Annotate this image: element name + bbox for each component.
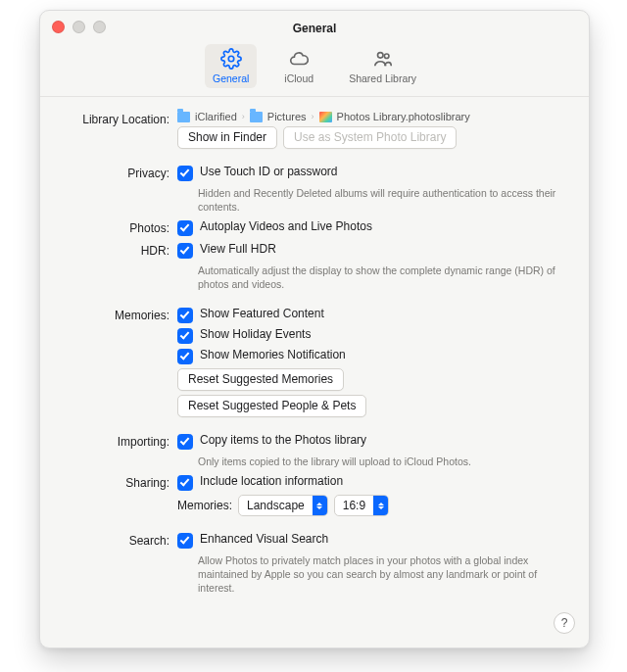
checkbox-copy-items-label: Copy items to the Photos library	[200, 433, 366, 447]
checkbox-hdr[interactable]	[177, 243, 193, 259]
touch-id-desc: Hidden and Recently Deleted albums will …	[198, 186, 569, 214]
window-controls	[52, 21, 106, 33]
svg-point-2	[384, 54, 389, 59]
sharing-memories-label: Memories:	[177, 499, 232, 512]
memories-aspect-select[interactable]: 16:9	[334, 495, 389, 516]
gear-icon	[220, 48, 242, 70]
tab-shared-library-label: Shared Library	[349, 72, 416, 84]
label-hdr: HDR:	[60, 242, 177, 258]
breadcrumb-seg-1: Pictures	[267, 111, 307, 122]
hdr-desc: Automatically adjust the display to show…	[198, 264, 569, 291]
tab-shared-library[interactable]: Shared Library	[341, 44, 424, 88]
cloud-icon	[288, 48, 310, 70]
label-privacy: Privacy:	[60, 165, 177, 180]
select-stepper-icon	[313, 496, 327, 515]
photos-library-icon	[319, 112, 332, 122]
tab-general-label: General	[213, 72, 249, 84]
memories-orientation-select[interactable]: Landscape	[238, 495, 328, 516]
window-title: General	[293, 22, 337, 35]
close-window-button[interactable]	[52, 21, 65, 33]
checkbox-autoplay[interactable]	[177, 220, 193, 236]
checkbox-hdr-label: View Full HDR	[200, 242, 276, 256]
checkbox-mem-notif[interactable]	[177, 349, 193, 364]
svg-point-0	[228, 56, 234, 62]
settings-content: Library Location: iClarified › Pictures …	[40, 97, 589, 620]
help-button[interactable]: ?	[554, 612, 575, 634]
minimize-window-button[interactable]	[72, 21, 85, 33]
titlebar: General	[40, 11, 589, 40]
checkbox-location[interactable]	[177, 475, 193, 491]
tab-icloud-label: iCloud	[284, 72, 314, 84]
tab-general[interactable]: General	[205, 44, 257, 88]
checkbox-holiday-label: Show Holiday Events	[200, 327, 311, 341]
checkbox-autoplay-label: Autoplay Videos and Live Photos	[200, 219, 372, 233]
breadcrumb-seg-0: iClarified	[195, 111, 237, 122]
checkbox-location-label: Include location information	[200, 474, 343, 488]
chevron-right-icon: ›	[312, 112, 314, 121]
use-as-system-library-button: Use as System Photo Library	[283, 126, 457, 149]
reset-suggested-people-button[interactable]: Reset Suggested People & Pets	[177, 395, 366, 417]
select-stepper-icon	[373, 496, 388, 515]
label-importing: Importing:	[60, 433, 177, 449]
checkbox-featured[interactable]	[177, 308, 193, 323]
copy-items-desc: Only items copied to the library will up…	[198, 455, 569, 468]
show-in-finder-button[interactable]: Show in Finder	[177, 126, 277, 149]
checkbox-mem-notif-label: Show Memories Notification	[200, 348, 346, 361]
chevron-right-icon: ›	[242, 112, 245, 121]
breadcrumb-seg-2: Photos Library.photoslibrary	[337, 111, 470, 122]
checkbox-touch-id-label: Use Touch ID or password	[200, 165, 338, 178]
settings-tabs: General iCloud Shared Library	[40, 40, 589, 97]
checkbox-featured-label: Show Featured Content	[200, 307, 324, 320]
folder-icon	[177, 112, 190, 122]
checkbox-visual-search[interactable]	[177, 533, 193, 549]
svg-point-1	[377, 53, 383, 59]
zoom-window-button[interactable]	[93, 21, 106, 33]
label-search: Search:	[60, 532, 177, 548]
label-photos: Photos:	[60, 219, 177, 235]
memories-orientation-value: Landscape	[239, 499, 313, 512]
label-library-location: Library Location:	[60, 111, 177, 126]
search-desc: Allow Photos to privately match places i…	[198, 553, 569, 595]
label-sharing: Sharing:	[60, 474, 177, 490]
settings-window: General General iCloud Shared Library Li…	[39, 10, 590, 648]
reset-suggested-memories-button[interactable]: Reset Suggested Memories	[177, 368, 344, 391]
tab-icloud[interactable]: iCloud	[276, 44, 321, 88]
checkbox-visual-search-label: Enhanced Visual Search	[200, 532, 328, 546]
people-icon	[372, 48, 394, 70]
library-path: iClarified › Pictures › Photos Library.p…	[177, 111, 569, 122]
checkbox-touch-id[interactable]	[177, 166, 193, 181]
memories-aspect-value: 16:9	[335, 499, 373, 512]
checkbox-holiday[interactable]	[177, 328, 193, 344]
folder-icon	[250, 112, 263, 122]
checkbox-copy-items[interactable]	[177, 434, 193, 450]
label-memories: Memories:	[60, 307, 177, 322]
